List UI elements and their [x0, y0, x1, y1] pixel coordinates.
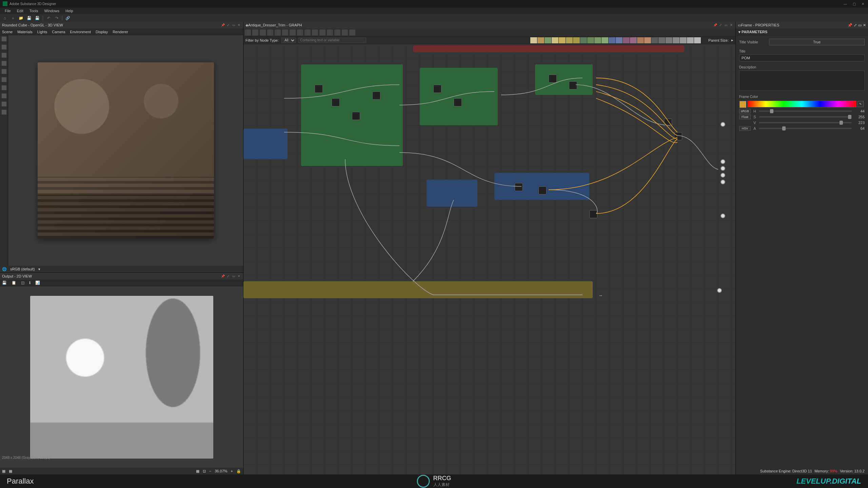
expand-icon[interactable]: ⤢ — [226, 274, 230, 278]
close-button[interactable]: ✕ — [861, 1, 865, 6]
menu-file[interactable]: File — [2, 8, 14, 14]
palette-swatch[interactable] — [623, 37, 630, 43]
fit-icon[interactable]: ⊡ — [203, 469, 206, 473]
save-icon[interactable]: 💾 — [26, 15, 32, 21]
title-input[interactable]: POM — [739, 55, 865, 61]
float-tag[interactable]: Float — [739, 115, 751, 119]
graph-tool-icon[interactable] — [297, 29, 303, 36]
palette-swatch[interactable] — [594, 37, 601, 43]
graph-tool-icon[interactable] — [334, 29, 340, 36]
channel-icon[interactable]: ▦ — [9, 469, 12, 473]
hue-value[interactable]: 44 — [854, 109, 865, 113]
close-panel-icon[interactable]: ✕ — [729, 23, 733, 27]
undock-icon[interactable]: ▭ — [232, 23, 236, 27]
zoom-out-icon[interactable]: − — [209, 469, 211, 473]
parameters-section[interactable]: ▾ PARAMETERS — [736, 28, 868, 36]
undo-icon[interactable]: ↶ — [46, 15, 51, 21]
menu-tools[interactable]: Tools — [27, 8, 41, 14]
title-visible-toggle[interactable]: True — [769, 39, 865, 45]
palette-swatch[interactable] — [573, 37, 580, 43]
colorspace-label[interactable]: sRGB (default) — [10, 267, 35, 271]
tab-materials[interactable]: Materials — [17, 30, 33, 34]
hsv-tag[interactable]: HSV — [739, 126, 751, 131]
tab-environment[interactable]: Environment — [70, 30, 91, 34]
tab-camera[interactable]: Camera — [52, 30, 65, 34]
redo-icon[interactable]: ↷ — [54, 15, 59, 21]
tool-icon[interactable] — [2, 53, 6, 58]
palette-swatch[interactable] — [616, 37, 623, 43]
graph-tool-icon[interactable] — [312, 29, 318, 36]
globe-icon[interactable]: 🌐 — [2, 267, 7, 271]
pin-icon[interactable]: 📌 — [221, 23, 225, 27]
undock-icon[interactable]: ▭ — [858, 23, 862, 27]
undock-icon[interactable]: ▭ — [724, 23, 728, 27]
tool-icon[interactable] — [2, 77, 6, 82]
graph-tool-icon[interactable] — [260, 29, 266, 36]
histogram-icon[interactable]: 📊 — [35, 281, 40, 285]
palette-swatch[interactable] — [630, 37, 637, 43]
home-icon[interactable]: ⌂ — [2, 15, 7, 21]
info-icon[interactable]: ℹ — [29, 281, 31, 285]
palette-swatch[interactable] — [637, 37, 644, 43]
alpha-slider[interactable] — [759, 128, 852, 129]
description-input[interactable] — [739, 70, 865, 91]
tool-icon[interactable] — [2, 85, 6, 90]
palette-swatch[interactable] — [552, 37, 558, 43]
graph-tool-icon[interactable] — [252, 29, 258, 36]
sat-slider[interactable] — [759, 116, 852, 118]
zoom-in-icon[interactable]: + — [231, 469, 233, 473]
graph-tool-icon[interactable] — [267, 29, 273, 36]
parent-size-icon[interactable]: ▸ — [731, 38, 733, 42]
tool-icon[interactable] — [2, 61, 6, 66]
hue-ramp[interactable]: ✎ — [747, 101, 856, 107]
graph-tool-icon[interactable] — [245, 29, 251, 36]
tool-icon[interactable] — [2, 110, 6, 115]
grid-icon[interactable]: ▦ — [196, 469, 199, 473]
expand-icon[interactable]: ⤢ — [718, 23, 723, 27]
save-image-icon[interactable]: 💾 — [2, 281, 7, 285]
close-panel-icon[interactable]: ✕ — [863, 23, 866, 27]
tab-renderer[interactable]: Renderer — [113, 30, 128, 34]
alpha-value[interactable]: 64 — [854, 126, 865, 130]
menu-help[interactable]: Help — [63, 8, 76, 14]
menu-edit[interactable]: Edit — [14, 8, 26, 14]
palette-swatch[interactable] — [580, 37, 587, 43]
tab-display[interactable]: Display — [96, 30, 108, 34]
pin-icon[interactable]: 📌 — [221, 274, 225, 278]
pin-icon[interactable]: 📌 — [713, 23, 717, 27]
palette-swatch[interactable] — [680, 37, 687, 43]
copy-icon[interactable]: 📋 — [12, 281, 16, 285]
palette-swatch[interactable] — [694, 37, 701, 43]
close-panel-icon[interactable]: ✕ — [237, 23, 241, 27]
hue-slider[interactable] — [759, 110, 852, 112]
lock-icon[interactable]: 🔒 — [236, 469, 241, 473]
graph-tool-icon[interactable] — [327, 29, 333, 36]
expand-icon[interactable]: ⤢ — [226, 23, 230, 27]
graph-tool-icon[interactable] — [319, 29, 326, 36]
palette-swatch[interactable] — [609, 37, 615, 43]
pin-icon[interactable]: 📌 — [848, 23, 852, 27]
filter-text-input[interactable] — [298, 38, 366, 43]
dropdown-icon[interactable]: ▾ — [38, 267, 40, 271]
eyedropper-icon[interactable]: ✎ — [857, 101, 864, 107]
palette-swatch[interactable] — [644, 37, 651, 43]
graph-tool-icon[interactable] — [290, 29, 296, 36]
palette-swatch[interactable] — [673, 37, 679, 43]
close-panel-icon[interactable]: ✕ — [237, 274, 241, 278]
graph-tool-icon[interactable] — [349, 29, 355, 36]
palette-swatch[interactable] — [566, 37, 573, 43]
graph-tool-icon[interactable] — [282, 29, 288, 36]
maximize-button[interactable]: ▢ — [852, 1, 856, 6]
filter-type-select[interactable]: All — [281, 38, 296, 43]
palette-swatch[interactable] — [559, 37, 566, 43]
palette-swatch[interactable] — [687, 37, 694, 43]
view3d-viewport[interactable] — [8, 35, 243, 266]
palette-swatch[interactable] — [587, 37, 594, 43]
palette-swatch[interactable] — [530, 37, 537, 43]
graph-tool-icon[interactable] — [342, 29, 348, 36]
srgb-tag[interactable]: sRGB — [739, 109, 751, 114]
palette-swatch[interactable] — [537, 37, 544, 43]
link-icon[interactable]: 🔗 — [65, 15, 71, 21]
sat-value[interactable]: 255 — [854, 115, 865, 119]
channel-icon[interactable]: ▦ — [2, 469, 5, 473]
